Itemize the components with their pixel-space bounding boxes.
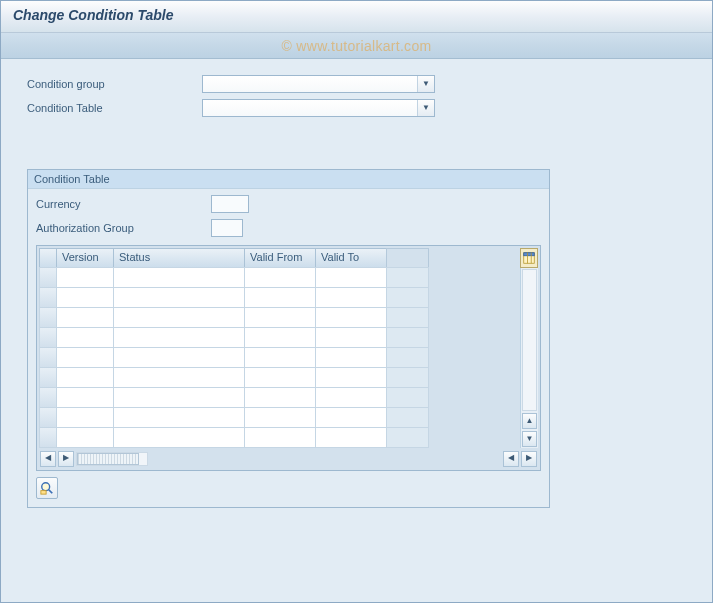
scroll-left-icon[interactable]: ◀ bbox=[40, 451, 56, 467]
cell-valid-from[interactable] bbox=[244, 407, 316, 428]
row-selector[interactable] bbox=[39, 347, 57, 368]
cell-version[interactable] bbox=[56, 287, 114, 308]
row-selector[interactable] bbox=[39, 307, 57, 328]
col-valid-from[interactable]: Valid From bbox=[244, 248, 316, 268]
svg-point-4 bbox=[42, 483, 50, 491]
cell-status[interactable] bbox=[113, 387, 245, 408]
cell-version[interactable] bbox=[56, 427, 114, 448]
row-selector-header[interactable] bbox=[39, 248, 57, 268]
table-row[interactable] bbox=[39, 328, 520, 348]
condition-table-panel: Condition Table Currency Authorization G… bbox=[27, 169, 550, 508]
cell-version[interactable] bbox=[56, 367, 114, 388]
cell-version[interactable] bbox=[56, 307, 114, 328]
detail-view-button[interactable] bbox=[36, 477, 58, 499]
cell-gap bbox=[386, 327, 429, 348]
auth-group-row: Authorization Group bbox=[36, 217, 541, 239]
svg-rect-1 bbox=[524, 253, 535, 256]
currency-label: Currency bbox=[36, 198, 211, 210]
scroll-right-end-icon[interactable]: ▶ bbox=[521, 451, 537, 467]
cell-valid-from[interactable] bbox=[244, 347, 316, 368]
hscroll-track[interactable] bbox=[76, 452, 148, 466]
content-area: Condition group ▼ Condition Table ▼ Cond… bbox=[1, 59, 712, 602]
col-status[interactable]: Status bbox=[113, 248, 245, 268]
table-row[interactable] bbox=[39, 268, 520, 288]
currency-input[interactable] bbox=[211, 195, 249, 213]
cell-valid-from[interactable] bbox=[244, 327, 316, 348]
row-selector[interactable] bbox=[39, 367, 57, 388]
scroll-right-icon[interactable]: ▶ bbox=[58, 451, 74, 467]
cell-version[interactable] bbox=[56, 347, 114, 368]
svg-rect-6 bbox=[41, 491, 46, 495]
horizontal-scrollbar[interactable]: ◀ ▶ ◀ ▶ bbox=[39, 450, 538, 468]
panel-title: Condition Table bbox=[28, 170, 549, 189]
cell-valid-to[interactable] bbox=[315, 307, 387, 328]
rows-area bbox=[39, 268, 520, 448]
scroll-track[interactable] bbox=[522, 269, 537, 411]
cell-valid-to[interactable] bbox=[315, 367, 387, 388]
row-selector[interactable] bbox=[39, 407, 57, 428]
cell-status[interactable] bbox=[113, 407, 245, 428]
auth-group-input[interactable] bbox=[211, 219, 243, 237]
cell-status[interactable] bbox=[113, 267, 245, 288]
auth-group-label: Authorization Group bbox=[36, 222, 211, 234]
cell-gap bbox=[386, 427, 429, 448]
cell-valid-to[interactable] bbox=[315, 427, 387, 448]
cell-valid-from[interactable] bbox=[244, 287, 316, 308]
row-selector[interactable] bbox=[39, 427, 57, 448]
table-row[interactable] bbox=[39, 348, 520, 368]
cell-valid-to[interactable] bbox=[315, 347, 387, 368]
panel-body: Currency Authorization Group Version bbox=[28, 189, 549, 507]
table-row[interactable] bbox=[39, 408, 520, 428]
title-bar: Change Condition Table bbox=[1, 1, 712, 33]
toolbar: © www.tutorialkart.com bbox=[1, 33, 712, 59]
field-condition-table-row: Condition Table ▼ bbox=[27, 97, 686, 119]
scroll-down-icon[interactable]: ▼ bbox=[522, 431, 537, 447]
cell-valid-from[interactable] bbox=[244, 367, 316, 388]
cell-version[interactable] bbox=[56, 267, 114, 288]
cell-status[interactable] bbox=[113, 307, 245, 328]
row-selector[interactable] bbox=[39, 267, 57, 288]
col-valid-to[interactable]: Valid To bbox=[315, 248, 387, 268]
cell-gap bbox=[386, 307, 429, 328]
cell-valid-from[interactable] bbox=[244, 307, 316, 328]
table-row[interactable] bbox=[39, 308, 520, 328]
vertical-scrollbar[interactable]: ▲ ▼ bbox=[520, 268, 538, 448]
hscroll-thumb[interactable] bbox=[77, 453, 139, 465]
cell-status[interactable] bbox=[113, 287, 245, 308]
col-version[interactable]: Version bbox=[56, 248, 114, 268]
col-gap bbox=[386, 248, 429, 268]
cell-version[interactable] bbox=[56, 387, 114, 408]
cell-valid-from[interactable] bbox=[244, 267, 316, 288]
cell-valid-to[interactable] bbox=[315, 327, 387, 348]
table-row[interactable] bbox=[39, 368, 520, 388]
cell-valid-to[interactable] bbox=[315, 267, 387, 288]
scroll-left-end-icon[interactable]: ◀ bbox=[503, 451, 519, 467]
cell-valid-to[interactable] bbox=[315, 287, 387, 308]
cell-status[interactable] bbox=[113, 327, 245, 348]
cell-valid-to[interactable] bbox=[315, 387, 387, 408]
table-row[interactable] bbox=[39, 428, 520, 448]
cell-valid-from[interactable] bbox=[244, 427, 316, 448]
cell-gap bbox=[386, 347, 429, 368]
cell-status[interactable] bbox=[113, 427, 245, 448]
scroll-up-icon[interactable]: ▲ bbox=[522, 413, 537, 429]
cell-version[interactable] bbox=[56, 407, 114, 428]
cell-valid-to[interactable] bbox=[315, 407, 387, 428]
table-row[interactable] bbox=[39, 388, 520, 408]
condition-group-dropdown[interactable]: ▼ bbox=[202, 75, 435, 93]
table-row[interactable] bbox=[39, 288, 520, 308]
condition-table-dropdown[interactable]: ▼ bbox=[202, 99, 435, 117]
chevron-down-icon: ▼ bbox=[417, 76, 434, 92]
row-selector[interactable] bbox=[39, 327, 57, 348]
page-title: Change Condition Table bbox=[13, 7, 173, 23]
cell-valid-from[interactable] bbox=[244, 387, 316, 408]
cell-gap bbox=[386, 387, 429, 408]
chevron-down-icon: ▼ bbox=[417, 100, 434, 116]
cell-version[interactable] bbox=[56, 327, 114, 348]
table-settings-button[interactable] bbox=[520, 248, 538, 268]
svg-line-5 bbox=[49, 490, 53, 494]
row-selector[interactable] bbox=[39, 387, 57, 408]
cell-status[interactable] bbox=[113, 367, 245, 388]
row-selector[interactable] bbox=[39, 287, 57, 308]
cell-status[interactable] bbox=[113, 347, 245, 368]
